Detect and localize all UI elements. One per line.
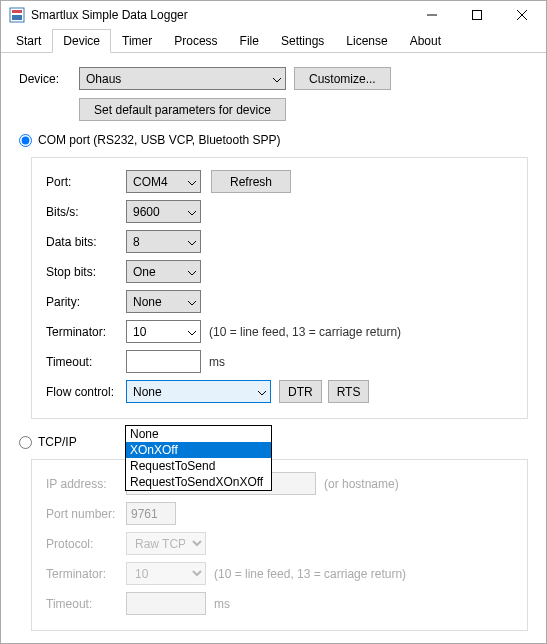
device-select[interactable]: Ohaus xyxy=(79,67,286,90)
timeout-input[interactable] xyxy=(126,350,201,373)
tab-about[interactable]: About xyxy=(399,29,452,52)
app-icon xyxy=(9,7,25,23)
protocol-label: Protocol: xyxy=(46,537,126,551)
portnum-label: Port number: xyxy=(46,507,126,521)
comport-radio-label: COM port (RS232, USB VCP, Bluetooth SPP) xyxy=(38,133,281,147)
titlebar: Smartlux Simple Data Logger xyxy=(1,1,546,29)
chevron-down-icon xyxy=(188,205,196,219)
tab-content: Device: Ohaus Customize... Set default p… xyxy=(1,53,546,644)
tcp-timeout-input xyxy=(126,592,206,615)
timeout-unit: ms xyxy=(209,355,225,369)
chevron-down-icon xyxy=(273,72,281,86)
svg-rect-4 xyxy=(472,11,481,20)
parity-select[interactable]: None xyxy=(126,290,201,313)
chevron-down-icon xyxy=(188,265,196,279)
chevron-down-icon xyxy=(188,325,196,339)
tab-process[interactable]: Process xyxy=(163,29,228,52)
databits-select[interactable]: 8 xyxy=(126,230,201,253)
portnum-input xyxy=(126,502,176,525)
tcpip-radio-label: TCP/IP xyxy=(38,435,77,449)
tcp-timeout-label: Timeout: xyxy=(46,597,126,611)
comport-section: Port: COM4 Refresh Bits/s: 9600 Data bit… xyxy=(31,157,528,419)
stopbits-label: Stop bits: xyxy=(46,265,126,279)
tab-device[interactable]: Device xyxy=(52,29,111,53)
tab-bar: Start Device Timer Process File Settings… xyxy=(1,29,546,53)
tcp-timeout-unit: ms xyxy=(214,597,230,611)
flow-label: Flow control: xyxy=(46,385,126,399)
svg-rect-1 xyxy=(12,10,22,13)
terminator-label: Terminator: xyxy=(46,325,126,339)
flow-option-rtsxon[interactable]: RequestToSendXOnXOff xyxy=(126,474,271,490)
parity-label: Parity: xyxy=(46,295,126,309)
comport-radio[interactable] xyxy=(19,134,32,147)
databits-label: Data bits: xyxy=(46,235,126,249)
tab-file[interactable]: File xyxy=(229,29,270,52)
maximize-button[interactable] xyxy=(454,1,499,29)
chevron-down-icon xyxy=(258,385,266,399)
port-select[interactable]: COM4 xyxy=(126,170,201,193)
device-label: Device: xyxy=(19,72,79,86)
port-label: Port: xyxy=(46,175,126,189)
tab-license[interactable]: License xyxy=(335,29,398,52)
terminator-hint: (10 = line feed, 13 = carriage return) xyxy=(209,325,401,339)
ip-label: IP address: xyxy=(46,477,126,491)
tcp-terminator-select: 10 xyxy=(126,562,206,585)
chevron-down-icon xyxy=(188,235,196,249)
tcp-terminator-label: Terminator: xyxy=(46,567,126,581)
bits-label: Bits/s: xyxy=(46,205,126,219)
tab-start[interactable]: Start xyxy=(5,29,52,52)
tcp-terminator-hint: (10 = line feed, 13 = carriage return) xyxy=(214,567,406,581)
app-window: Smartlux Simple Data Logger Start Device… xyxy=(0,0,547,644)
tcpip-radio[interactable] xyxy=(19,436,32,449)
tab-timer[interactable]: Timer xyxy=(111,29,163,52)
rts-button[interactable]: RTS xyxy=(328,380,370,403)
refresh-button[interactable]: Refresh xyxy=(211,170,291,193)
dtr-button[interactable]: DTR xyxy=(279,380,322,403)
chevron-down-icon xyxy=(188,295,196,309)
flow-dropdown-list[interactable]: None XOnXOff RequestToSend RequestToSend… xyxy=(125,425,272,491)
timeout-label: Timeout: xyxy=(46,355,126,369)
flow-option-xonxoff[interactable]: XOnXOff xyxy=(126,442,271,458)
svg-rect-2 xyxy=(12,15,22,20)
close-button[interactable] xyxy=(499,1,544,29)
flow-option-none[interactable]: None xyxy=(126,426,271,442)
minimize-button[interactable] xyxy=(409,1,454,29)
chevron-down-icon xyxy=(188,175,196,189)
tab-settings[interactable]: Settings xyxy=(270,29,335,52)
flow-option-rts[interactable]: RequestToSend xyxy=(126,458,271,474)
protocol-select: Raw TCP xyxy=(126,532,206,555)
stopbits-select[interactable]: One xyxy=(126,260,201,283)
customize-button[interactable]: Customize... xyxy=(294,67,391,90)
tcpip-section: IP address: (or hostname) Port number: P… xyxy=(31,459,528,631)
flow-select[interactable]: None xyxy=(126,380,271,403)
terminator-select[interactable]: 10 xyxy=(126,320,201,343)
window-title: Smartlux Simple Data Logger xyxy=(31,8,409,22)
set-defaults-button[interactable]: Set default parameters for device xyxy=(79,98,286,121)
ip-hint: (or hostname) xyxy=(324,477,399,491)
bits-select[interactable]: 9600 xyxy=(126,200,201,223)
